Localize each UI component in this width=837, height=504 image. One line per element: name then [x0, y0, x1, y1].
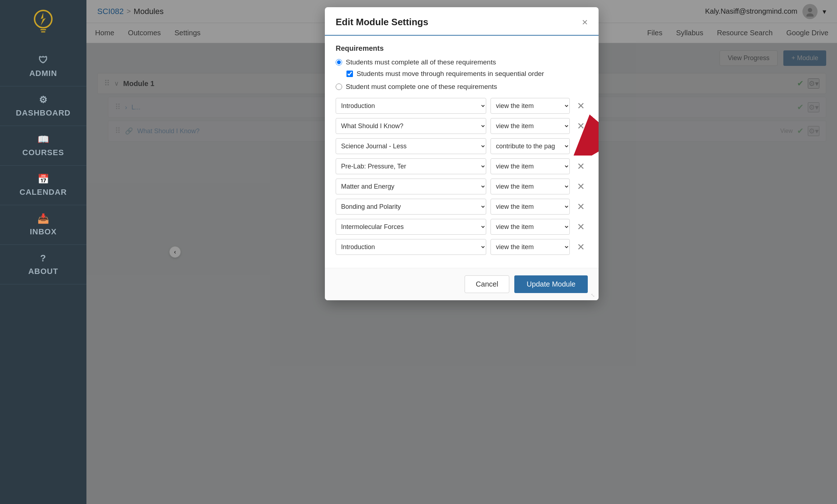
modal-body: Requirements Students must complete all …: [325, 36, 599, 268]
req-action-select-3[interactable]: view the item contribute to the page sub…: [491, 158, 570, 174]
sidebar-item-dashboard-label: DASHBOARD: [16, 108, 71, 118]
requirement-row-5: Bonding and Polarity view the item contr…: [336, 199, 588, 215]
help-icon: ?: [40, 253, 46, 264]
sidebar-item-inbox-label: INBOX: [30, 227, 57, 237]
requirements-label: Requirements: [336, 44, 588, 53]
modal-header: Edit Module Settings ×: [325, 7, 599, 36]
req-item-select-4[interactable]: Matter and Energy: [336, 179, 486, 194]
requirement-row-4: Matter and Energy view the item contribu…: [336, 179, 588, 194]
sidebar-item-calendar[interactable]: 📅 CALENDAR: [0, 166, 86, 205]
update-module-button[interactable]: Update Module: [514, 275, 588, 293]
sidebar-item-admin-label: ADMIN: [29, 69, 57, 78]
req-remove-button-7[interactable]: ✕: [574, 241, 588, 253]
requirement-row-3: Pre-Lab: Pressure, Ter view the item con…: [336, 158, 588, 174]
req-action-select-6[interactable]: view the item contribute to the page sub…: [491, 219, 570, 235]
dashboard-icon: ⚙: [39, 94, 48, 105]
modal-footer: Cancel Update Module: [325, 268, 599, 300]
req-action-select-5[interactable]: view the item contribute to the page sub…: [491, 199, 570, 215]
req-remove-button-1[interactable]: ✕: [574, 120, 588, 132]
req-remove-button-4[interactable]: ✕: [574, 180, 588, 193]
cancel-button[interactable]: Cancel: [465, 275, 509, 293]
modal-overlay[interactable]: Edit Module Settings × Requirements Stud…: [86, 0, 837, 504]
requirement-row-7: Introduction view the item contribute to…: [336, 239, 588, 255]
req-remove-button-6[interactable]: ✕: [574, 221, 588, 233]
svg-rect-3: [40, 29, 46, 30]
sidebar-item-about[interactable]: ? ABOUT: [0, 245, 86, 284]
req-remove-button-2[interactable]: ✕: [574, 140, 588, 152]
req-action-select-0[interactable]: view the item contribute to the page sub…: [491, 98, 570, 114]
svg-rect-2: [40, 27, 47, 28]
sidebar-item-courses[interactable]: 📖 COURSES: [0, 126, 86, 166]
req-remove-button-0[interactable]: ✕: [574, 100, 588, 112]
radio-all-row: Students must complete all of these requ…: [336, 58, 588, 66]
checkbox-sequential[interactable]: [346, 71, 353, 77]
req-item-select-7[interactable]: Introduction: [336, 239, 486, 255]
checkbox-sequential-label: Students must move through requirements …: [357, 70, 544, 78]
sidebar-item-courses-label: COURSES: [22, 148, 64, 157]
radio-one-row: Student must complete one of these requi…: [336, 83, 588, 91]
sidebar-item-calendar-label: CALENDAR: [19, 188, 67, 197]
modal: Edit Module Settings × Requirements Stud…: [325, 7, 599, 300]
sidebar-nav: 🛡 ADMIN ⚙ DASHBOARD 📖 COURSES 📅 CALENDAR…: [0, 47, 86, 284]
requirement-row-1: What Should I Know? view the item contri…: [336, 118, 588, 134]
inbox-icon: 📥: [37, 213, 49, 224]
svg-line-8: [594, 84, 599, 140]
calendar-icon: 📅: [37, 174, 49, 185]
sidebar-item-dashboard[interactable]: ⚙ DASHBOARD: [0, 86, 86, 126]
logo: [29, 7, 58, 36]
req-remove-button-3[interactable]: ✕: [574, 160, 588, 172]
req-item-select-0[interactable]: Introduction: [336, 98, 486, 114]
req-action-select-7[interactable]: view the item contribute to the page: [491, 239, 570, 255]
sidebar: 🛡 ADMIN ⚙ DASHBOARD 📖 COURSES 📅 CALENDAR…: [0, 0, 86, 504]
modal-title: Edit Module Settings: [336, 17, 428, 28]
radio-one-label: Student must complete one of these requi…: [346, 83, 497, 91]
main-area: SCI082 > Modules Kaly.Nasiff@strongmind.…: [86, 0, 837, 504]
req-item-select-1[interactable]: What Should I Know?: [336, 118, 486, 134]
req-action-select-1[interactable]: view the item contribute to the page sub…: [491, 118, 570, 134]
shield-icon: 🛡: [39, 55, 48, 66]
sidebar-item-inbox[interactable]: 📥 INBOX: [0, 205, 86, 245]
requirement-row-0: Introduction view the item contribute to…: [336, 98, 588, 114]
req-item-select-5[interactable]: Bonding and Polarity: [336, 199, 486, 215]
checkbox-sequential-row: Students must move through requirements …: [346, 70, 588, 78]
requirement-row-2: Science Journal - Less contribute to the…: [336, 138, 588, 154]
req-remove-button-5[interactable]: ✕: [574, 201, 588, 213]
requirement-row-6: Intermolecular Forces view the item cont…: [336, 219, 588, 235]
req-action-select-4[interactable]: view the item contribute to the page sub…: [491, 179, 570, 194]
requirement-rows-container: Introduction view the item contribute to…: [336, 98, 588, 255]
radio-one-requirement[interactable]: [336, 84, 342, 90]
svg-rect-4: [41, 31, 45, 32]
book-icon: 📖: [37, 134, 49, 145]
req-action-select-2[interactable]: contribute to the pag view the item subm…: [491, 138, 570, 154]
sidebar-item-about-label: ABOUT: [28, 267, 58, 276]
req-item-select-2[interactable]: Science Journal - Less: [336, 138, 486, 154]
radio-all-requirements[interactable]: [336, 59, 342, 66]
sidebar-item-admin[interactable]: 🛡 ADMIN: [0, 47, 86, 86]
resize-handle[interactable]: ⤡: [591, 292, 596, 298]
svg-marker-1: [41, 13, 46, 26]
radio-all-label: Students must complete all of these requ…: [346, 58, 496, 66]
req-item-select-3[interactable]: Pre-Lab: Pressure, Ter: [336, 158, 486, 174]
req-item-select-6[interactable]: Intermolecular Forces: [336, 219, 486, 235]
modal-close-button[interactable]: ×: [582, 17, 588, 27]
